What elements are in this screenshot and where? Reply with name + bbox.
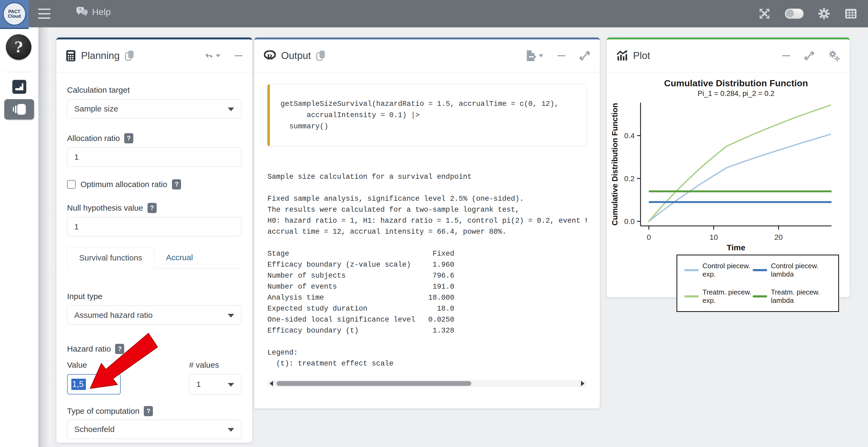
legend-item: Treatm. piecew. lambda <box>753 288 831 305</box>
theme-toggle-switch[interactable] <box>785 8 804 19</box>
hamburger-menu-icon[interactable] <box>38 7 51 20</box>
help-badge-icon[interactable]: ? <box>148 203 157 213</box>
calculation-target-select[interactable]: Sample size <box>67 99 241 118</box>
export-dropdown[interactable] <box>526 50 544 62</box>
expand-icon[interactable] <box>579 50 590 61</box>
svg-text:Cumulative Distribution Functi: Cumulative Distribution Function <box>664 78 808 88</box>
chart-legend: Control piecew. exp. Control piecew. lam… <box>677 254 839 312</box>
output-panel: R Output <box>254 37 600 408</box>
output-header: R Output <box>254 39 600 72</box>
copy-icon[interactable] <box>125 50 135 61</box>
sidebar-item-designer-active[interactable] <box>4 99 34 119</box>
legend-item: Treatm. piecew. exp. <box>684 288 753 305</box>
calculator-icon <box>66 50 75 62</box>
caret-down-icon <box>216 55 220 57</box>
topbar: PACT Cloud ? Help <box>0 0 868 27</box>
panels-icon <box>12 103 26 115</box>
collapse-minus-icon[interactable] <box>235 55 243 56</box>
sidebar: ? <box>0 27 38 447</box>
svg-text:Time: Time <box>726 243 745 252</box>
output-horizontal-scrollbar[interactable] <box>268 380 587 387</box>
toggle-knob <box>786 9 794 18</box>
question-mark-glyph: ? <box>14 39 23 56</box>
input-type-label: Input type <box>67 291 241 301</box>
logo-line2: Cloud <box>8 14 21 19</box>
num-values-label: # values <box>189 360 241 370</box>
null-hypothesis-label: Null hypothesis value ? <box>67 203 241 213</box>
help-badge-icon[interactable]: ? <box>172 179 181 190</box>
rpact-cloud-logo[interactable]: PACT Cloud <box>0 0 29 29</box>
optimum-allocation-label: Optimum allocation ratio <box>81 180 167 189</box>
rpact-cloud-app: PACT Cloud ? Help <box>0 0 868 447</box>
tab-accrual[interactable]: Accrual <box>154 247 205 268</box>
legend-swatch-treatment-exp <box>684 295 699 298</box>
file-export-icon <box>526 50 536 62</box>
svg-text:?: ? <box>79 8 82 12</box>
calculation-target-label: Calculation target <box>67 85 241 95</box>
svg-text:0.2: 0.2 <box>624 174 634 183</box>
fullscreen-icon[interactable] <box>758 7 771 20</box>
allocation-ratio-label: Allocation ratio ? <box>67 133 241 143</box>
svg-text:0: 0 <box>647 233 651 241</box>
help-badge-icon[interactable]: ? <box>144 406 153 416</box>
type-of-computation-select[interactable]: Schoenfeld <box>67 420 241 439</box>
input-type-select[interactable]: Assumed hazard ratio <box>67 306 241 325</box>
help-button[interactable]: ? Help <box>76 6 111 17</box>
legend-item: Control piecew. exp. <box>684 262 753 278</box>
svg-text:0.0: 0.0 <box>624 217 634 226</box>
optimum-allocation-checkbox[interactable] <box>67 180 75 188</box>
plot-settings-gears-icon[interactable] <box>828 50 840 62</box>
planning-header: Planning <box>56 39 252 72</box>
logo-line1: PACT <box>8 9 20 14</box>
svg-text:10: 10 <box>710 233 718 241</box>
null-hypothesis-input[interactable]: 1 <box>67 217 241 236</box>
plot-header: Plot <box>607 39 850 72</box>
sidebar-item-steps-logo[interactable] <box>12 80 26 94</box>
output-title: Output <box>281 50 311 61</box>
output-result-text: Sample size calculation for a survival e… <box>268 172 587 369</box>
grid-apps-icon[interactable] <box>844 7 857 20</box>
help-badge-icon[interactable]: ? <box>124 133 133 143</box>
copy-icon[interactable] <box>316 50 326 61</box>
collapse-minus-icon[interactable] <box>782 55 790 56</box>
scroll-left-icon[interactable] <box>270 381 273 386</box>
tab-survival-functions[interactable]: Survival functions <box>67 247 154 269</box>
plot-body: Cumulative Distribution FunctionPi_1 = 0… <box>607 72 850 312</box>
sidebar-divider <box>3 72 35 72</box>
plot-title: Plot <box>633 50 650 61</box>
settings-gear-icon[interactable] <box>817 7 831 20</box>
chart-line-icon <box>616 50 628 61</box>
num-values-select[interactable]: 1 <box>189 374 241 394</box>
svg-text:Cumulative Distribution Functi: Cumulative Distribution Function <box>611 103 619 226</box>
scrollbar-thumb[interactable] <box>277 381 471 386</box>
legend-item: Control piecew. lambda <box>753 262 831 278</box>
help-label: Help <box>92 7 111 17</box>
help-chat-icon: ? <box>76 6 88 17</box>
scroll-right-icon[interactable] <box>581 381 585 386</box>
planning-title: Planning <box>81 50 120 61</box>
r-code-block[interactable]: getSampleSizeSurvival(hazardRatio = 1.5,… <box>268 84 587 146</box>
question-avatar[interactable]: ? <box>6 34 31 60</box>
wrench-icon <box>204 51 214 61</box>
rpact-logo-icon: PACT Cloud <box>3 2 26 26</box>
legend-swatch-control-exp <box>684 269 699 271</box>
legend-swatch-treatment-lambda <box>753 295 767 298</box>
svg-text:20: 20 <box>774 233 783 241</box>
steps-logo-icon <box>15 83 24 91</box>
legend-swatch-control-lambda <box>753 269 767 271</box>
svg-text:Pi_1 = 0.284, pi_2 = 0.2: Pi_1 = 0.284, pi_2 = 0.2 <box>698 90 775 98</box>
r-logo-icon: R <box>264 50 276 61</box>
svg-text:R: R <box>267 52 273 61</box>
topbar-actions <box>758 0 857 27</box>
expand-icon[interactable] <box>804 50 814 61</box>
svg-text:0.4: 0.4 <box>624 132 634 140</box>
type-of-computation-label: Type of computation ? <box>67 406 241 416</box>
plot-panel: Plot <box>607 37 850 297</box>
caret-down-icon <box>538 55 544 57</box>
vertical-scrollbar[interactable] <box>38 27 51 447</box>
planning-tabs: Survival functions Accrual <box>67 247 241 269</box>
tools-wrench-dropdown[interactable] <box>204 51 220 61</box>
allocation-ratio-input[interactable]: 1 <box>67 147 241 167</box>
cdf-chart: Cumulative Distribution FunctionPi_1 = 0… <box>607 72 850 257</box>
collapse-minus-icon[interactable] <box>557 55 565 56</box>
